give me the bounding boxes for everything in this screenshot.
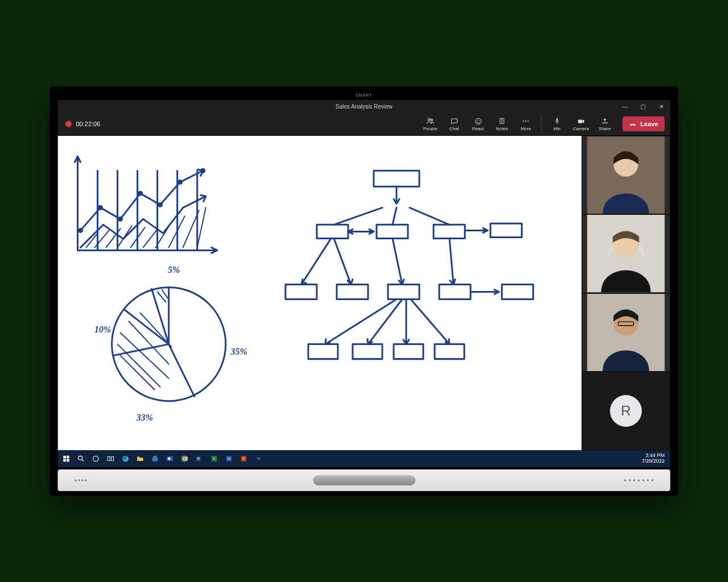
outlook-icon (166, 455, 174, 463)
smart-display-frame: SMART Sales Analysis Review — ▢ ✕ 00:22:… (50, 86, 679, 496)
store-icon (151, 455, 159, 463)
chrome-icon (181, 455, 189, 463)
react-label: React (472, 126, 484, 131)
svg-rect-49 (152, 458, 158, 462)
leave-label: Leave (640, 120, 658, 127)
svg-point-2 (475, 118, 481, 124)
svg-rect-46 (107, 457, 110, 461)
windows-taskbar: T X W P Ps 3:44 PM 7/29/2022 (58, 450, 671, 467)
taskview-icon (107, 455, 115, 463)
svg-point-0 (428, 118, 431, 120)
taskbar-app-powerpoint[interactable]: P (238, 452, 250, 465)
people-label: People (423, 126, 437, 131)
svg-rect-47 (111, 457, 114, 461)
notes-icon (498, 117, 506, 126)
svg-rect-20 (317, 225, 348, 238)
react-icon (474, 117, 482, 126)
cortana-button[interactable] (90, 452, 102, 465)
more-icon (522, 117, 531, 126)
svg-text:X: X (213, 457, 216, 460)
svg-rect-21 (377, 225, 408, 238)
taskbar-app-photoshop[interactable]: Ps (253, 452, 265, 465)
pen-tray-slot (313, 475, 415, 485)
svg-text:Ps: Ps (257, 458, 260, 460)
taskbar-search-button[interactable] (75, 452, 88, 465)
svg-point-51 (168, 458, 171, 460)
device-ports-left (75, 480, 87, 481)
display-screen: Sales Analysis Review — ▢ ✕ 00:22:06 Peo… (58, 100, 671, 467)
mic-icon (553, 117, 561, 126)
svg-point-16 (179, 180, 182, 184)
camera-button[interactable]: Camera (569, 113, 593, 135)
taskbar-clock[interactable]: 3:44 PM 7/29/2022 (642, 453, 664, 464)
meeting-content-area: 5% 10% 33% 35% (58, 136, 671, 450)
camera-label: Camera (573, 126, 589, 131)
taskbar-app-edge[interactable] (119, 452, 132, 465)
participant-avatar-initial: R (610, 395, 642, 427)
svg-rect-22 (433, 225, 465, 238)
folder-icon (136, 455, 144, 463)
svg-point-44 (78, 456, 82, 460)
svg-point-14 (139, 192, 142, 195)
more-button[interactable]: More (514, 113, 538, 135)
taskbar-app-store[interactable] (149, 452, 162, 465)
ps-icon: Ps (255, 455, 263, 463)
device-controls-right (624, 480, 653, 481)
mic-button[interactable]: Mic (545, 113, 569, 135)
recording-elapsed-time: 00:22:06 (76, 120, 101, 127)
window-maximize-button[interactable]: ▢ (634, 100, 652, 113)
svg-point-11 (79, 228, 82, 232)
pie-label-33: 33% (136, 413, 153, 423)
whiteboard-sketch (58, 136, 582, 450)
task-view-button[interactable] (105, 452, 117, 465)
notes-button[interactable]: Notes (490, 113, 514, 135)
window-minimize-button[interactable]: — (616, 100, 634, 113)
participant-tile-1[interactable] (582, 136, 670, 214)
svg-point-15 (159, 203, 162, 206)
window-close-button[interactable]: ✕ (652, 100, 671, 113)
circle-icon (92, 455, 100, 463)
svg-rect-31 (394, 344, 423, 359)
meeting-toolbar: 00:22:06 People Chat React (58, 113, 671, 136)
start-button[interactable] (60, 452, 73, 465)
chat-button[interactable]: Chat (442, 113, 466, 135)
svg-text:P: P (243, 457, 245, 460)
taskbar-app-word[interactable]: W (223, 452, 235, 465)
participant-tile-4[interactable]: R (582, 372, 670, 450)
participant-tile-3[interactable] (582, 294, 670, 371)
taskbar-app-excel[interactable]: X (208, 452, 221, 465)
svg-point-4 (479, 120, 479, 120)
share-button[interactable]: Share (593, 113, 617, 135)
ppt-icon: P (240, 455, 248, 463)
notes-label: Notes (496, 126, 508, 131)
pie-label-5: 5% (168, 265, 180, 275)
taskbar-app-chrome[interactable] (179, 452, 191, 465)
participant-video-2 (582, 215, 670, 292)
participant-tile-2[interactable] (582, 215, 670, 292)
svg-rect-23 (490, 223, 522, 237)
excel-icon: X (210, 455, 218, 463)
svg-rect-27 (439, 284, 470, 299)
taskbar-app-teams[interactable]: T (193, 452, 206, 465)
search-icon (77, 455, 85, 463)
shared-whiteboard[interactable]: 5% 10% 33% 35% (58, 136, 582, 450)
camera-icon (577, 117, 585, 126)
chat-label: Chat (449, 126, 459, 131)
taskbar-app-outlook[interactable] (164, 452, 176, 465)
device-pen-tray (58, 469, 671, 491)
window-title: Sales Analysis Review (58, 103, 671, 110)
svg-point-7 (525, 120, 526, 122)
svg-text:W: W (228, 457, 231, 460)
hangup-icon (629, 120, 637, 128)
svg-point-45 (93, 456, 98, 461)
edge-icon (122, 455, 130, 463)
people-button[interactable]: People (419, 113, 442, 135)
word-icon: W (225, 455, 233, 463)
pie-label-35: 35% (230, 347, 247, 357)
react-button[interactable]: React (466, 113, 490, 135)
leave-button[interactable]: Leave (623, 117, 665, 131)
svg-point-56 (183, 458, 185, 460)
taskbar-app-explorer[interactable] (134, 452, 147, 465)
chat-icon (450, 117, 458, 126)
pie-label-10: 10% (94, 325, 111, 335)
